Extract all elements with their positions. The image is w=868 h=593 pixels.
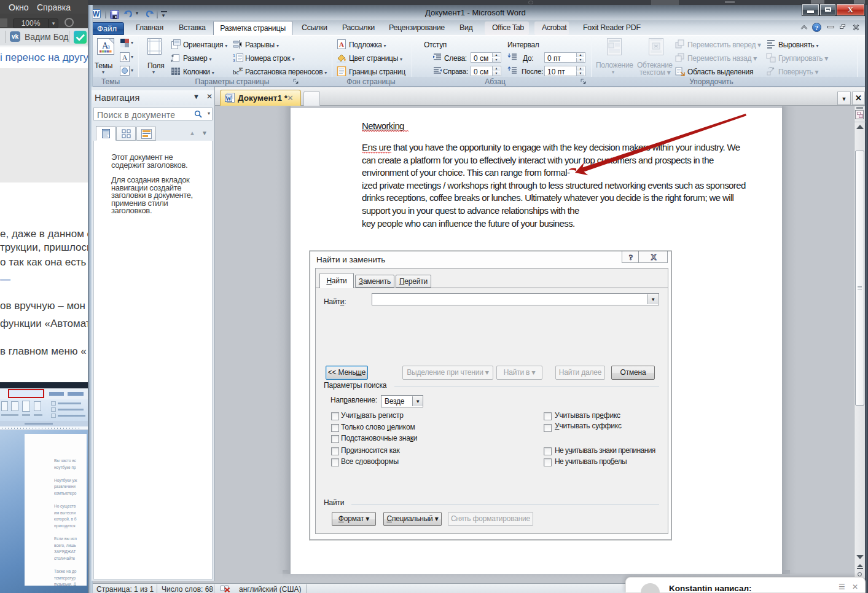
svg-text:W: W bbox=[225, 95, 232, 102]
svg-text:a-: a- bbox=[239, 68, 243, 72]
svg-text:bc: bc bbox=[233, 68, 240, 76]
svg-text:A: A bbox=[122, 53, 128, 62]
svg-text:a: a bbox=[107, 42, 110, 50]
svg-text:X: X bbox=[651, 253, 657, 262]
svg-text:3: 3 bbox=[233, 58, 235, 63]
svg-text:1: 1 bbox=[233, 53, 235, 58]
svg-text:A: A bbox=[339, 41, 344, 48]
svg-text:?: ? bbox=[629, 253, 633, 262]
